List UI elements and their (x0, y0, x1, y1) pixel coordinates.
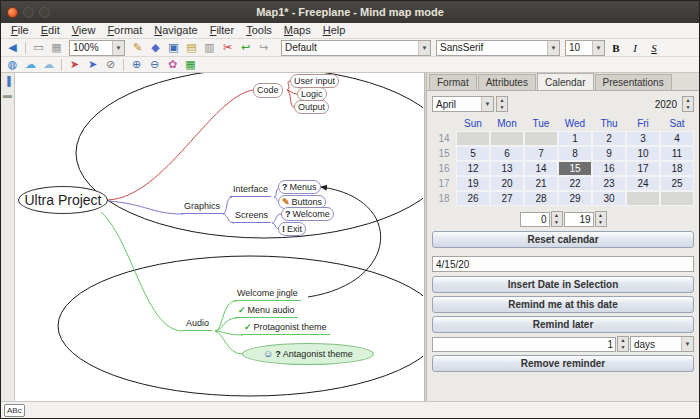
calendar-day-14[interactable]: 14 (524, 161, 558, 176)
globe-icon[interactable]: ◍ (4, 57, 21, 72)
node-logic[interactable]: Logic (297, 87, 327, 101)
calendar-day-7[interactable]: 7 (524, 146, 558, 161)
node-ultra-project[interactable]: Ultra Project (18, 186, 108, 214)
hour-spinner[interactable]: ▲ ▼ (551, 211, 563, 227)
minimize-window-button[interactable] (23, 7, 34, 18)
calendar-day-15[interactable]: 15 (558, 161, 592, 176)
show-selection-icon[interactable]: ▭ (30, 40, 47, 55)
calendar-day-3[interactable]: 3 (626, 131, 660, 146)
cut-icon[interactable]: ✂ (219, 40, 236, 55)
calendar-day-28[interactable]: 28 (524, 191, 558, 206)
node-protagonist-theme[interactable]: ✓ Protagonist theme (241, 322, 330, 335)
remove-format-icon[interactable]: ⊘ (102, 57, 119, 72)
remind-at-date-button[interactable]: Remind me at this date (432, 296, 694, 313)
calendar-day-5[interactable]: 5 (456, 146, 490, 161)
map-canvas[interactable]: Ultra Project Code User input Logic Outp… (15, 73, 424, 401)
tab-presentations[interactable]: Presentations (595, 74, 672, 90)
calendar-day-4[interactable]: 4 (660, 131, 694, 146)
calendar-day-9[interactable]: 9 (592, 146, 626, 161)
titlebar[interactable]: Map1* - Freeplane - Mind map mode (1, 1, 699, 23)
print-icon[interactable]: ▥ (201, 40, 218, 55)
node-menus[interactable]: ? Menus (278, 180, 321, 194)
redo-icon[interactable]: ↪ (255, 40, 272, 55)
calendar-day-24[interactable]: 24 (626, 176, 660, 191)
spotlight-icon[interactable]: ▦ (48, 40, 65, 55)
calendar-day-1[interactable]: 1 (558, 131, 592, 146)
calendar-day-12[interactable]: 12 (456, 161, 490, 176)
spin-down-icon[interactable]: ▼ (596, 219, 606, 226)
calendar-day-2[interactable]: 2 (592, 131, 626, 146)
calendar-day-29[interactable]: 29 (558, 191, 592, 206)
date-field[interactable] (432, 256, 694, 272)
calendar-day-19[interactable]: 19 (456, 176, 490, 191)
undo-icon[interactable]: ↩ (237, 40, 254, 55)
menu-tools[interactable]: Tools (240, 23, 278, 38)
calendar-day-8[interactable]: 8 (558, 146, 592, 161)
node-antagonist-theme[interactable]: ☺ ? Antagonist theme (242, 343, 374, 365)
month-spinner[interactable]: ▲ ▼ (496, 96, 508, 112)
style-combo[interactable]: Default ▼ (281, 40, 431, 56)
spin-down-icon[interactable]: ▼ (618, 344, 628, 351)
node-welcome[interactable]: ? Welcome (281, 207, 334, 221)
menu-filter[interactable]: Filter (204, 23, 240, 38)
menu-format[interactable]: Format (101, 23, 148, 38)
spin-down-icon[interactable]: ▼ (683, 104, 693, 111)
close-window-button[interactable] (7, 7, 18, 18)
grid-icon[interactable]: ▦ (182, 57, 199, 72)
spellcheck-indicator-icon[interactable]: ABc (4, 404, 25, 417)
maximize-window-button[interactable] (39, 7, 50, 18)
node-code[interactable]: Code (253, 83, 283, 98)
icon-palette-icon[interactable]: ✿ (164, 57, 181, 72)
spin-up-icon[interactable]: ▲ (552, 212, 562, 219)
menu-navigate[interactable]: Navigate (148, 23, 203, 38)
calendar-day-10[interactable]: 10 (626, 146, 660, 161)
spin-down-icon[interactable]: ▼ (552, 219, 562, 226)
zoom-out-icon[interactable]: ⊖ (146, 57, 163, 72)
tab-calendar[interactable]: Calendar (537, 73, 594, 90)
remind-amount-spinner[interactable]: ▲ ▼ (617, 336, 629, 352)
reset-calendar-button[interactable]: Reset calendar (432, 231, 694, 248)
speaker-icon[interactable]: ◀ (4, 40, 21, 55)
font-size-combo[interactable]: 10 ▼ (565, 40, 605, 56)
note-panel-toggle-icon[interactable]: ▬ (2, 89, 14, 101)
cloud-shadow-icon[interactable]: ☁ (40, 57, 57, 72)
menu-file[interactable]: File (5, 23, 35, 38)
spin-down-icon[interactable]: ▼ (497, 104, 507, 111)
style-icon[interactable]: ◆ (147, 40, 164, 55)
bold-button[interactable]: B (608, 40, 624, 55)
minute-spinner[interactable]: ▲ ▼ (595, 211, 607, 227)
save-icon[interactable]: ▣ (165, 40, 182, 55)
calendar-day-20[interactable]: 20 (490, 176, 524, 191)
remind-unit-combo[interactable]: days ▼ (630, 336, 694, 352)
node-audio[interactable]: Audio (183, 318, 212, 331)
italic-button[interactable]: I (627, 40, 643, 55)
node-menu-audio[interactable]: ✓ Menu audio (235, 305, 298, 318)
menu-help[interactable]: Help (317, 23, 352, 38)
node-screens[interactable]: Screens (232, 210, 271, 223)
calendar-day-27[interactable]: 27 (490, 191, 524, 206)
calendar-day-21[interactable]: 21 (524, 176, 558, 191)
spin-up-icon[interactable]: ▲ (618, 337, 628, 344)
remove-reminder-button[interactable]: Remove reminder (432, 355, 694, 372)
hour-field[interactable] (520, 212, 550, 227)
arrow-link-icon[interactable]: ➤ (66, 57, 83, 72)
strikethrough-button[interactable]: S (646, 40, 662, 55)
node-welcome-jingle[interactable]: Welcome jingle (234, 288, 301, 301)
calendar-day-11[interactable]: 11 (660, 146, 694, 161)
pencil-icon[interactable]: ✎ (129, 40, 146, 55)
calendar-day-16[interactable]: 16 (592, 161, 626, 176)
node-user-input[interactable]: User input (290, 74, 339, 88)
calendar-day-25[interactable]: 25 (660, 176, 694, 191)
year-spinner[interactable]: ▲ ▼ (682, 96, 694, 112)
node-interface[interactable]: Interface (230, 184, 271, 197)
cloud-icon[interactable]: ☁ (22, 57, 39, 72)
remind-later-button[interactable]: Remind later (432, 316, 694, 333)
spin-up-icon[interactable]: ▲ (596, 212, 606, 219)
calendar-day-30[interactable]: 30 (592, 191, 626, 206)
spin-up-icon[interactable]: ▲ (683, 97, 693, 104)
calendar-day-6[interactable]: 6 (490, 146, 524, 161)
font-combo[interactable]: SansSerif ▼ (436, 40, 560, 56)
menu-view[interactable]: View (66, 23, 102, 38)
hyperlink-icon[interactable]: ➤ (84, 57, 101, 72)
calendar-day-13[interactable]: 13 (490, 161, 524, 176)
